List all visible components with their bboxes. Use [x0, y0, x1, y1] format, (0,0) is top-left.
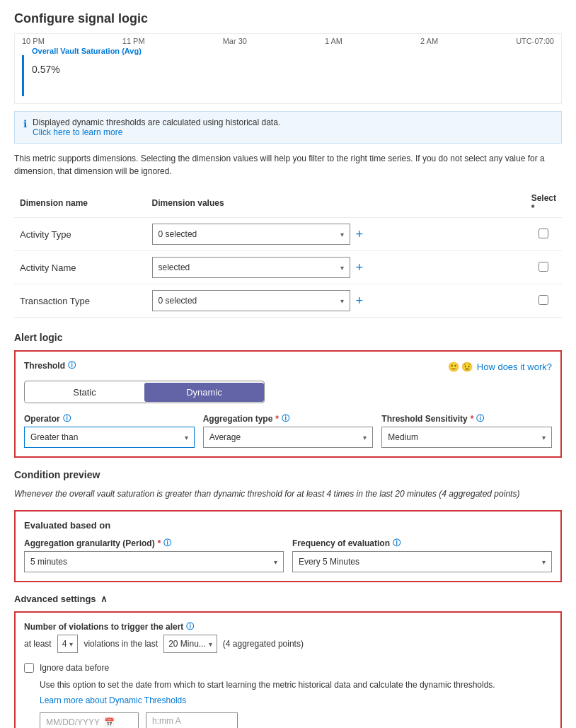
- operator-section: Operator ⓘ Greater than ▾ Aggregation ty…: [24, 413, 552, 448]
- chart-time-labels: 10 PM 11 PM Mar 30 1 AM 2 AM UTC-07:00: [15, 37, 561, 45]
- dim-select-3[interactable]: [526, 284, 562, 318]
- operator-label: Operator: [24, 414, 60, 424]
- dim-select-1[interactable]: [526, 218, 562, 251]
- violations-window-dropdown[interactable]: 20 Minu... ▾: [163, 635, 217, 653]
- dim-values-dropdown-3[interactable]: 0 selected ▾: [152, 290, 350, 311]
- violations-info-icon[interactable]: ⓘ: [186, 621, 194, 632]
- at-least-label: at least: [24, 639, 52, 649]
- learn-more-link[interactable]: Click here to learn more: [33, 127, 122, 137]
- how-it-works-link[interactable]: How does it work?: [477, 362, 552, 372]
- info-banner: ℹ Displayed dynamic thresholds are calcu…: [14, 111, 562, 144]
- alert-logic-section: Threshold ⓘ 🙂 😟 How does it work? Static…: [14, 350, 562, 458]
- chevron-down-icon: ▾: [542, 434, 546, 441]
- add-dim-3-button[interactable]: +: [356, 294, 364, 308]
- granularity-info-icon[interactable]: ⓘ: [163, 538, 171, 548]
- evaluated-header: Evaluated based on: [24, 520, 552, 531]
- dim-name-2: Activity Name: [14, 251, 146, 284]
- dim-values-dropdown-2[interactable]: selected ▾: [152, 257, 350, 278]
- time-input[interactable]: h:mm A: [146, 712, 238, 728]
- aggregation-info-icon[interactable]: ⓘ: [282, 413, 289, 424]
- required-star-3: *: [158, 538, 161, 548]
- date-placeholder: MM/DD/YYYY: [46, 717, 100, 727]
- chevron-down-icon: ▾: [274, 558, 277, 566]
- condition-preview: Condition preview Whenever the overall v…: [14, 469, 562, 500]
- aggregation-type-dropdown[interactable]: Average ▾: [203, 427, 374, 448]
- calendar-icon: 📅: [104, 717, 115, 727]
- condition-preview-text: Whenever the overall vault saturation is…: [14, 487, 562, 500]
- aggregation-granularity-field: Aggregation granularity (Period) * ⓘ 5 m…: [24, 538, 284, 572]
- dim-checkbox-1[interactable]: [538, 229, 548, 238]
- threshold-row: Threshold ⓘ 🙂 😟 How does it work?: [24, 360, 552, 374]
- violations-label: Number of violations to trigger the aler…: [24, 622, 183, 632]
- threshold-sensitivity-field: Threshold Sensitivity * ⓘ Medium ▾: [381, 413, 552, 448]
- date-input[interactable]: MM/DD/YYYY 📅: [40, 712, 139, 728]
- frequency-info-icon[interactable]: ⓘ: [393, 538, 401, 548]
- advanced-settings-container: Advanced settings ∧ Number of violations…: [14, 594, 562, 728]
- dim-values-cell-2: selected ▾ +: [152, 257, 502, 278]
- threshold-label: Threshold: [24, 361, 65, 371]
- add-dim-1-button[interactable]: +: [356, 227, 364, 242]
- chevron-down-icon: ▾: [340, 297, 344, 305]
- operator-info-icon[interactable]: ⓘ: [63, 413, 71, 424]
- sensitivity-dropdown[interactable]: Medium ▾: [381, 427, 552, 448]
- ignore-checkbox[interactable]: [24, 663, 34, 673]
- table-row: Transaction Type 0 selected ▾ +: [14, 284, 562, 318]
- chevron-down-icon: ▾: [69, 640, 73, 648]
- dim-name-3: Transaction Type: [14, 284, 146, 318]
- chevron-down-icon: ▾: [340, 231, 344, 238]
- ignore-text: Ignore data before: [40, 663, 109, 673]
- advanced-settings-toggle[interactable]: Advanced settings ∧: [14, 594, 562, 604]
- col-header-values: Dimension values: [146, 189, 507, 218]
- col-header-name: Dimension name: [14, 189, 146, 218]
- learn-dynamic-link[interactable]: Learn more about Dynamic Thresholds: [40, 695, 552, 705]
- frequency-label-row: Frequency of evaluation ⓘ: [292, 538, 552, 548]
- operator-field: Operator ⓘ Greater than ▾: [24, 413, 195, 448]
- operator-label-row: Operator ⓘ: [24, 413, 195, 424]
- chevron-down-icon: ▾: [185, 434, 188, 441]
- dim-checkbox-3[interactable]: [538, 295, 548, 305]
- info-banner-text: Displayed dynamic thresholds are calcula…: [33, 117, 280, 127]
- evaluated-fields: Aggregation granularity (Period) * ⓘ 5 m…: [24, 538, 552, 572]
- violations-count-dropdown[interactable]: 4 ▾: [57, 635, 79, 653]
- ignore-label[interactable]: Ignore data before: [24, 663, 552, 673]
- required-star: *: [275, 414, 279, 424]
- aggregated-points-label: (4 aggregated points): [223, 639, 304, 649]
- table-row: Activity Type 0 selected ▾ +: [14, 218, 562, 251]
- required-star-2: *: [471, 414, 474, 424]
- dynamic-toggle-btn[interactable]: Dynamic: [144, 383, 264, 402]
- chart-container: 10 PM 11 PM Mar 30 1 AM 2 AM UTC-07:00 O…: [14, 33, 562, 104]
- static-toggle-btn[interactable]: Static: [25, 383, 144, 402]
- dimension-table: Dimension name Dimension values Select *…: [14, 189, 562, 318]
- threshold-info-icon[interactable]: ⓘ: [68, 360, 76, 371]
- time-placeholder: h:mm A: [152, 716, 181, 726]
- chevron-down-icon: ▾: [363, 434, 367, 441]
- operator-dropdown[interactable]: Greater than ▾: [24, 427, 195, 448]
- dim-values-cell-1: 0 selected ▾ +: [152, 224, 502, 245]
- dim-name-1: Activity Type: [14, 218, 146, 251]
- threshold-sensitivity-label: Threshold Sensitivity: [381, 414, 467, 424]
- evaluated-section: Evaluated based on Aggregation granulari…: [14, 510, 562, 582]
- sensitivity-info-icon[interactable]: ⓘ: [476, 413, 484, 424]
- chevron-down-icon: ▾: [340, 264, 344, 272]
- dim-checkbox-2[interactable]: [538, 262, 548, 272]
- chart-blue-bar: [22, 55, 24, 96]
- dim-values-dropdown-1[interactable]: 0 selected ▾: [152, 224, 350, 245]
- metric-title: Overall Vault Saturation (Avg): [25, 45, 561, 55]
- threshold-label-row: Threshold ⓘ: [24, 360, 76, 371]
- violations-row: at least 4 ▾ violations in the last 20 M…: [24, 635, 552, 653]
- threshold-toggle[interactable]: Static Dynamic: [24, 381, 265, 403]
- col-header-plus: [507, 189, 526, 218]
- happy-face-icon: 🙂: [448, 362, 459, 372]
- granularity-dropdown[interactable]: 5 minutes ▾: [24, 551, 284, 572]
- frequency-dropdown[interactable]: Every 5 Minutes ▾: [292, 551, 552, 572]
- threshold-right: 🙂 😟 How does it work?: [448, 362, 552, 372]
- dim-select-2[interactable]: [526, 251, 562, 284]
- chevron-down-icon: ▾: [209, 640, 212, 648]
- aggregation-type-field: Aggregation type * ⓘ Average ▾: [203, 413, 374, 448]
- col-header-select: Select *: [526, 189, 562, 218]
- sad-face-icon: 😟: [461, 362, 473, 372]
- granularity-label-row: Aggregation granularity (Period) * ⓘ: [24, 538, 284, 548]
- dim-values-cell-3: 0 selected ▾ +: [152, 290, 502, 311]
- add-dim-2-button[interactable]: +: [356, 260, 364, 275]
- page-title: Configure signal logic: [14, 11, 562, 26]
